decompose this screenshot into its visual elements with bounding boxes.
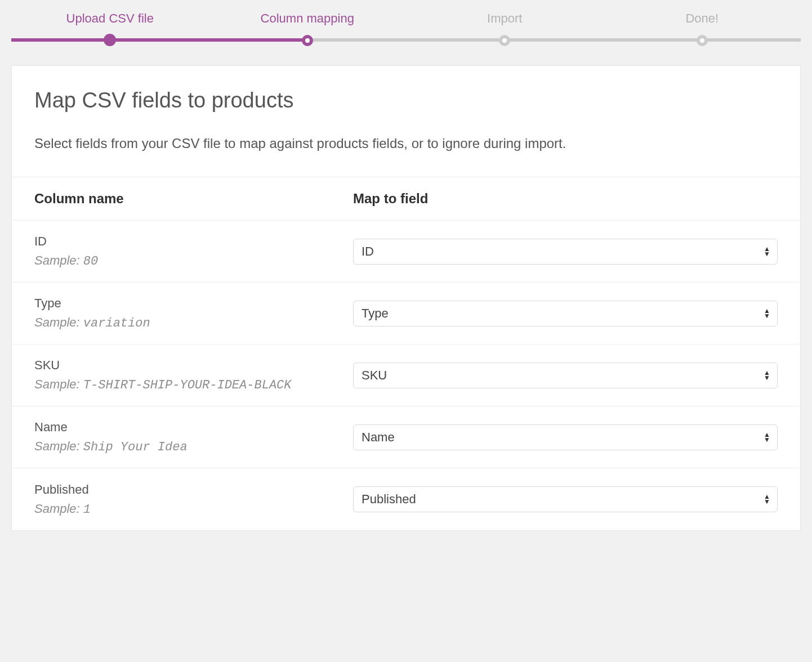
step-label: Done! xyxy=(604,11,801,26)
mapping-row: Type Sample: variation Type ▲▼ xyxy=(12,283,800,345)
column-name: ID xyxy=(34,234,342,249)
step-dot-icon xyxy=(697,35,708,46)
map-field-select[interactable]: ID ▲▼ xyxy=(353,239,778,265)
step-label: Upload CSV file xyxy=(11,11,209,26)
column-info: ID Sample: 80 xyxy=(34,234,353,269)
column-sample: Sample: 80 xyxy=(34,253,342,269)
column-name: Type xyxy=(34,296,342,311)
step-column-mapping[interactable]: Column mapping xyxy=(209,11,407,42)
column-name: SKU xyxy=(34,358,342,373)
column-header-name: Column name xyxy=(34,191,353,207)
column-info: Name Sample: Ship Your Idea xyxy=(34,420,353,454)
select-value: Published xyxy=(362,492,416,507)
step-bar xyxy=(110,38,307,42)
column-name: Name xyxy=(34,420,342,435)
step-bar xyxy=(11,38,110,42)
step-dot-icon xyxy=(499,35,510,46)
column-sample: Sample: Ship Your Idea xyxy=(34,439,342,454)
step-dot-icon xyxy=(104,34,116,46)
step-bar-after xyxy=(702,38,801,42)
map-field-select[interactable]: Type ▲▼ xyxy=(353,301,778,326)
mapping-row: SKU Sample: T-SHIRT-SHIP-YOUR-IDEA-BLACK… xyxy=(12,345,800,406)
column-header-map: Map to field xyxy=(353,191,778,207)
step-label: Column mapping xyxy=(209,11,407,26)
chevron-updown-icon: ▲▼ xyxy=(764,247,770,257)
column-info: SKU Sample: T-SHIRT-SHIP-YOUR-IDEA-BLACK xyxy=(34,358,353,392)
column-name: Published xyxy=(34,482,342,497)
step-label: Import xyxy=(406,11,604,26)
mapping-panel: Map CSV fields to products Select fields… xyxy=(11,65,801,531)
step-dot-icon xyxy=(302,35,313,46)
chevron-updown-icon: ▲▼ xyxy=(764,494,770,504)
select-value: ID xyxy=(362,244,374,259)
select-value: Name xyxy=(362,430,395,445)
page-description: Select fields from your CSV file to map … xyxy=(34,133,778,154)
mapping-row: Published Sample: 1 Published ▲▼ xyxy=(12,468,800,530)
step-done: Done! xyxy=(604,11,801,42)
column-sample: Sample: T-SHIRT-SHIP-YOUR-IDEA-BLACK xyxy=(34,377,342,392)
chevron-updown-icon: ▲▼ xyxy=(764,432,770,442)
mapping-row: ID Sample: 80 ID ▲▼ xyxy=(12,221,800,283)
chevron-updown-icon: ▲▼ xyxy=(764,370,770,381)
progress-stepper: Upload CSV file Column mapping Import Do… xyxy=(0,0,812,42)
step-upload-csv[interactable]: Upload CSV file xyxy=(11,11,209,42)
step-import: Import xyxy=(406,11,604,42)
step-bar xyxy=(505,38,702,42)
mapping-row: Name Sample: Ship Your Idea Name ▲▼ xyxy=(12,406,800,468)
panel-header: Map CSV fields to products Select fields… xyxy=(12,66,800,177)
chevron-updown-icon: ▲▼ xyxy=(764,308,770,319)
column-sample: Sample: 1 xyxy=(34,502,342,517)
page-title: Map CSV fields to products xyxy=(34,88,778,113)
select-value: SKU xyxy=(362,368,387,383)
step-bar xyxy=(307,38,505,42)
map-field-select[interactable]: Published ▲▼ xyxy=(353,486,778,512)
column-info: Type Sample: variation xyxy=(34,296,353,330)
map-field-select[interactable]: SKU ▲▼ xyxy=(353,363,778,388)
select-value: Type xyxy=(362,306,389,321)
column-info: Published Sample: 1 xyxy=(34,482,353,517)
table-header: Column name Map to field xyxy=(12,177,800,221)
map-field-select[interactable]: Name ▲▼ xyxy=(353,424,778,450)
column-sample: Sample: variation xyxy=(34,315,342,330)
